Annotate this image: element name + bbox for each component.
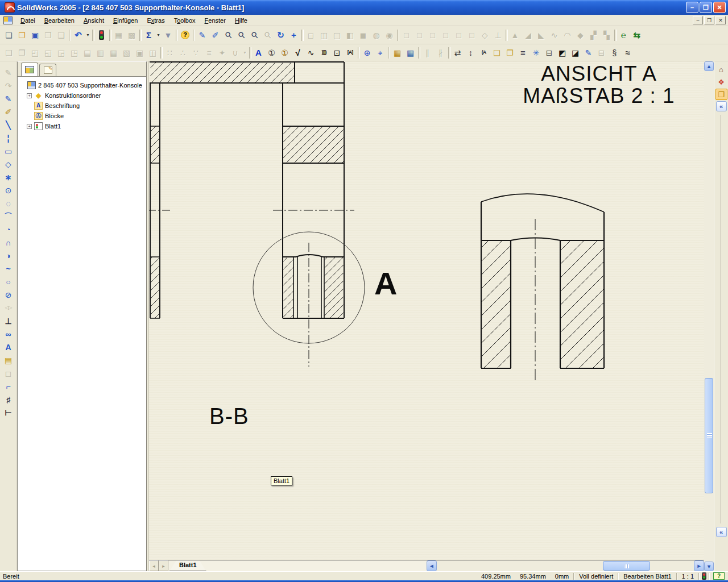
empty-view-button[interactable]: ◫ [146, 46, 159, 60]
propertymanager-tab[interactable] [39, 64, 56, 76]
tree-item-beschriftung[interactable]: A Beschriftung [27, 101, 145, 111]
feature-tool-button-4[interactable]: ∿ [548, 28, 561, 42]
grid-button[interactable]: ▦ [112, 28, 125, 42]
mdi-close-button[interactable]: ✕ [715, 16, 726, 24]
menu-extras[interactable]: Extras [142, 16, 169, 25]
broken-out-section-button[interactable]: ▥ [94, 46, 107, 60]
offset-entities-button[interactable]: ≡ [202, 46, 216, 60]
close-button[interactable]: ✕ [713, 2, 726, 13]
circular-pattern-button[interactable]: ∴ [176, 46, 189, 60]
shaded-preview-button[interactable]: ◻ [2, 367, 15, 380]
alternate-position-button[interactable]: ▣ [133, 46, 146, 60]
zoom-selection-button[interactable]: ⚲ [261, 28, 274, 42]
centerpoint-arc-button[interactable]: ⌒ [2, 210, 15, 223]
magnify-glasses-button[interactable]: ∞ [2, 327, 15, 340]
selection-filter-button[interactable]: ▼ [162, 28, 175, 42]
geometric-tolerance-button[interactable]: )))) [317, 46, 330, 60]
mirror-entities-button[interactable]: ∵ [189, 46, 202, 60]
circle-button[interactable]: ⊙ [2, 184, 15, 197]
edrawings-publish-button[interactable]: ℮ [617, 28, 630, 42]
feature-tool-button-3[interactable]: ◣ [535, 28, 548, 42]
zoom-fit-button[interactable]: ⚲ [222, 28, 235, 42]
measure-button[interactable]: Σ [142, 28, 155, 42]
open-button[interactable]: ❐ [15, 28, 28, 42]
vertical-scroll-thumb[interactable] [705, 378, 713, 493]
polygon-button[interactable]: ○ [2, 275, 15, 288]
crop-tool-button[interactable]: ∦ [434, 46, 447, 60]
vertical-scrollbar[interactable]: ▴ ▾ [704, 61, 714, 571]
hidden-lines-visible-button[interactable]: ◫ [317, 28, 330, 42]
feature-tool-button-7[interactable]: ▞ [587, 28, 600, 42]
tab-scroll-right-button[interactable]: ▸ [159, 560, 168, 571]
new-document-button[interactable]: ❏ [2, 28, 15, 42]
scroll-down-button[interactable]: ▾ [704, 562, 714, 571]
snap-button[interactable]: ▩ [125, 28, 138, 42]
sketch-tool-button[interactable]: ✦ [216, 46, 229, 60]
spline-button[interactable]: ~ [2, 262, 15, 275]
datum-target-button[interactable]: [A] [344, 46, 357, 60]
section-view-b-b[interactable] [149, 62, 354, 367]
feature-tool-button-2[interactable]: ◢ [522, 28, 535, 42]
balloon-button[interactable]: ① [265, 46, 278, 60]
partial-ellipse-button[interactable]: ◑ [2, 249, 15, 262]
view-back-button[interactable]: □ [413, 28, 426, 42]
save-button[interactable]: ▣ [28, 28, 42, 42]
standard-3-view-button[interactable]: ▤ [81, 46, 94, 60]
feature-tool-button-6[interactable]: ◆ [574, 28, 587, 42]
break-line-button[interactable]: ∥ [421, 46, 434, 60]
surface-finish-button[interactable]: √ [291, 46, 304, 60]
parallelogram-button[interactable]: ◇ [2, 157, 15, 171]
minimize-button[interactable]: – [686, 2, 698, 13]
projected-view-button[interactable]: ❐ [15, 46, 28, 60]
view-bottom-button[interactable]: □ [465, 28, 478, 42]
rectangle-button[interactable]: ▭ [2, 144, 15, 157]
copy-sheet-button[interactable]: ❐ [503, 46, 516, 60]
undo-dropdown[interactable]: ▾ [85, 28, 91, 42]
measure-dropdown[interactable]: ▾ [155, 28, 162, 42]
stacked-balloon-button[interactable]: ≡ [516, 46, 530, 60]
view-front-button[interactable]: □ [400, 28, 413, 42]
select-other-button[interactable]: ✐ [209, 28, 222, 42]
design-binder-button[interactable]: ▤ [2, 354, 15, 367]
horizontal-scroll-thumb[interactable] [603, 561, 650, 571]
drawing-sheet[interactable]: ANSICHT A MAßSTAB 2 : 1 A B-B Blatt1 [149, 61, 704, 560]
menu-einfuegen[interactable]: Einfügen [109, 16, 142, 25]
tab-scroll-left-button[interactable]: ◂ [149, 560, 159, 571]
feature-tool-button-8[interactable]: ▚ [600, 28, 613, 42]
menu-fenster[interactable]: Fenster [200, 16, 230, 25]
select-button[interactable]: ✎ [196, 28, 209, 42]
tree-item-konstruktionsordner[interactable]: + ◆ Konstruktionsordner [27, 90, 145, 101]
sketch-button[interactable]: ✎ [2, 92, 15, 105]
modify-sketch-button[interactable]: ✐ [2, 105, 15, 118]
sheet-tab-blatt1[interactable]: Blatt1 [169, 560, 206, 571]
help-button[interactable]: ? [179, 28, 192, 42]
collapse-taskpane-bottom-button[interactable]: « [716, 527, 727, 537]
hidden-lines-removed-button[interactable]: ▢ [330, 28, 344, 42]
align-button[interactable]: (A [477, 46, 490, 60]
menu-hilfe[interactable]: Hilfe [230, 16, 252, 25]
file-explorer-folder-icon[interactable]: ❐ [715, 89, 727, 100]
tangent-arc-button[interactable]: ◔ [2, 223, 15, 236]
section-view-button[interactable]: ◱ [42, 46, 55, 60]
restore-button[interactable]: ❐ [700, 2, 712, 13]
area-hatch-button[interactable]: ◩ [556, 46, 569, 60]
move-entities-button[interactable]: ↕ [464, 46, 477, 60]
convert-entities-button[interactable]: ⌐ [2, 380, 15, 393]
rotate-entities-button[interactable]: ⇄ [451, 46, 464, 60]
rotate-view-button[interactable]: ↻ [274, 28, 287, 42]
model-view-button[interactable]: ❏ [2, 46, 15, 60]
layer-properties-button[interactable]: ≈ [621, 46, 634, 60]
realview-button[interactable]: ◉ [383, 28, 396, 42]
center-mark-button[interactable]: ⊕ [361, 46, 374, 60]
move-sheet-button[interactable]: ❏ [490, 46, 503, 60]
crop-view-button[interactable]: ▧ [120, 46, 133, 60]
resources-icon[interactable]: ❖ [715, 76, 727, 88]
feature-tool-button-1[interactable]: ▲ [508, 28, 522, 42]
autoballoon-button[interactable]: ① [278, 46, 291, 60]
pan-button[interactable]: + [287, 28, 300, 42]
linear-pattern-button[interactable]: ∷ [163, 46, 176, 60]
undo-button[interactable]: ↶ [72, 28, 85, 42]
zoom-in-out-button[interactable]: ⚲ [248, 28, 261, 42]
ellipse-button[interactable]: ⊘ [2, 288, 15, 301]
menu-toolbox[interactable]: Toolbox [169, 16, 200, 25]
